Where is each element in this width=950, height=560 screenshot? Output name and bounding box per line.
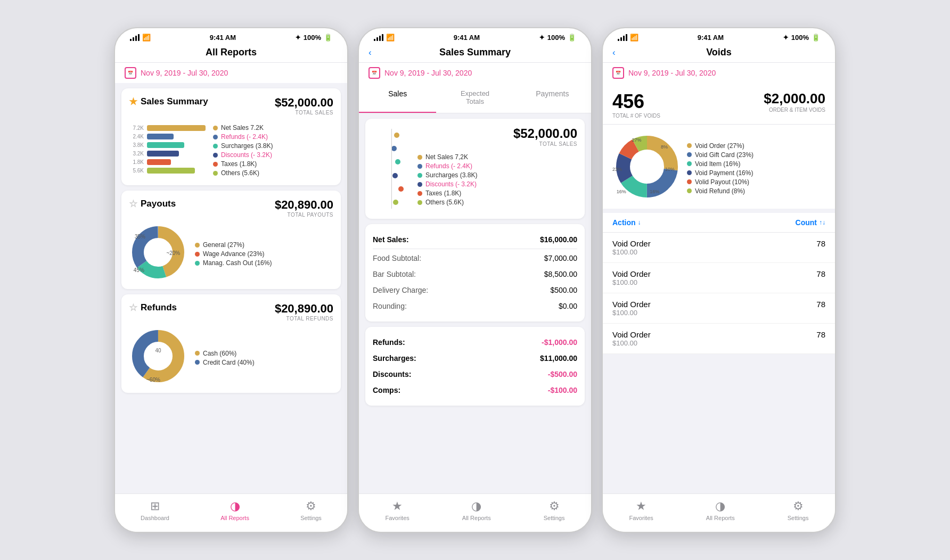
- bar-label: Bar Subtotal:: [373, 270, 416, 278]
- sales-summary-card[interactable]: ★ Sales Summary $52,000.00 TOTAL SALES 7…: [121, 88, 341, 185]
- void-count-3: 78: [816, 300, 825, 309]
- nav-allreports-1[interactable]: ◑ All Reports: [220, 499, 249, 521]
- date-text-2: Nov 9, 2019 - Jul 30, 2020: [384, 69, 472, 77]
- settings-icon-2: ⚙: [549, 499, 560, 513]
- surcharges-label: Surcharges:: [373, 354, 416, 363]
- chart-total-value: $52,000.00: [417, 126, 577, 141]
- total-value-sales: $52,000.00: [275, 96, 333, 110]
- refunds-card[interactable]: ☆ Refunds $20,890.00 TOTAL REFUNDS 40: [121, 294, 341, 393]
- voids-count-section: 456 TOTAL # OF VOIDS: [612, 90, 660, 119]
- bar-chart-sales: 7.2K 2.4K 3.8K 3.2K 1.8K 5.6K: [129, 125, 206, 174]
- phone-all-reports: 📶 9:41 AM ✦ 100% 🔋 All Reports 📅 Nov 9, …: [114, 27, 348, 533]
- signal-icon: [130, 34, 140, 41]
- signal-icon-2: [374, 34, 383, 41]
- allreports-icon-2: ◑: [471, 499, 481, 513]
- nav-favorites-2[interactable]: ★ Favorites: [386, 499, 410, 521]
- battery-icon-2: 🔋: [568, 34, 576, 42]
- favorites-icon-3: ★: [636, 499, 646, 513]
- legend-refunds: Refunds (- 2.4K): [221, 133, 268, 141]
- vl5: Volid Payout (10%): [695, 178, 749, 186]
- vl1: Void Order (27%): [695, 142, 744, 150]
- food-label: Food Subtotal:: [373, 254, 421, 262]
- vd-label-23: 23%: [612, 167, 622, 172]
- nav-bar-1: All Reports: [115, 44, 347, 63]
- chart-totals-card: $52,000.00 TOTAL SALES Net Sales 7,2K Re…: [365, 119, 585, 219]
- nav-allreports-3[interactable]: ◑ All Reports: [706, 499, 735, 521]
- nav-allreports-2[interactable]: ◑ All Reports: [462, 499, 491, 521]
- total-label-payouts: TOTAL PAYOUTS: [275, 212, 333, 218]
- delivery-value: $500.00: [550, 286, 577, 294]
- status-time-2: 9:41 AM: [454, 34, 480, 42]
- date-range-2[interactable]: 📅 Nov 9, 2019 - Jul 30, 2020: [359, 63, 591, 83]
- void-title-3: Void Order: [612, 300, 825, 309]
- delivery-label: Delivery Charge:: [373, 286, 428, 294]
- divider-1: [373, 249, 577, 249]
- discounts-label: Discounts:: [373, 370, 411, 378]
- battery-icon-3: 🔋: [812, 34, 820, 42]
- bar-value: $8,500.00: [544, 270, 577, 278]
- discounts-value: -$500.00: [548, 370, 577, 378]
- void-item-4[interactable]: 78 Void Order $100.00: [603, 324, 835, 354]
- sort-action[interactable]: Action ↓: [612, 218, 641, 227]
- card-title-refunds: ☆ Refunds: [129, 302, 177, 314]
- legend-refunds: Cash (60%) Credit Card (40%): [195, 350, 255, 366]
- status-time-1: 9:41 AM: [210, 34, 236, 42]
- void-sub-1: $100.00: [612, 248, 825, 256]
- bluetooth-icon-2: ✦: [539, 34, 545, 42]
- legend-general: General (27%): [203, 241, 244, 249]
- nav-favorites-3[interactable]: ★ Favorites: [629, 499, 653, 521]
- nav-settings-2[interactable]: ⚙ Settings: [544, 499, 565, 521]
- nav-favorites-label-2: Favorites: [386, 515, 410, 521]
- nav-settings-label-1: Settings: [300, 515, 322, 521]
- legend-surcharges: Surcharges (3.8K): [221, 142, 273, 150]
- rounding-row: Rounding: $0.00: [373, 298, 577, 314]
- void-title-1: Void Order: [612, 239, 825, 248]
- battery-label-3: 100%: [791, 34, 809, 42]
- l1: Net Sales 7,2K: [425, 153, 468, 161]
- donut-label-45: 45%: [134, 267, 144, 273]
- nav-dashboard-1[interactable]: ⊞ Dashboard: [141, 499, 169, 521]
- nav-title-1: All Reports: [206, 47, 257, 58]
- star-icon-payouts: ☆: [129, 198, 137, 210]
- tab-sales[interactable]: Sales: [359, 83, 436, 113]
- calendar-icon-2: 📅: [368, 67, 380, 79]
- vertical-chart: [373, 126, 410, 211]
- favorites-icon-2: ★: [392, 499, 403, 513]
- l4: Discounts (- 3.2K): [425, 180, 477, 188]
- legend-cash: Cash (60%): [203, 350, 236, 357]
- tab-payments[interactable]: Payments: [514, 83, 591, 113]
- back-button-3[interactable]: ‹: [612, 47, 616, 58]
- donut-wrap-voids: 27% 8% 10% 16% 16% 23%: [612, 132, 682, 201]
- card-label-refunds: Refunds: [141, 302, 177, 313]
- void-item-2[interactable]: 78 Void Order $100.00: [603, 263, 835, 293]
- void-item-1[interactable]: 78 Void Order $100.00: [603, 233, 835, 263]
- date-range-1[interactable]: 📅 Nov 9, 2019 - Jul 30, 2020: [115, 63, 347, 83]
- legend-wage: Wage Advance (23%): [203, 250, 265, 258]
- vl6: Void Refund (8%): [695, 187, 745, 195]
- sort-action-label: Action: [612, 218, 636, 227]
- star-icon-sales: ★: [129, 96, 137, 108]
- void-count-1: 78: [816, 239, 825, 248]
- content-1: ★ Sales Summary $52,000.00 TOTAL SALES 7…: [115, 83, 347, 493]
- status-left-1: 📶: [130, 34, 151, 42]
- void-item-3[interactable]: 78 Void Order $100.00: [603, 293, 835, 324]
- total-value-payouts: $20,890.00: [275, 198, 333, 212]
- legend-sales: Net Sales 7.2K Refunds (- 2.4K) Surcharg…: [213, 124, 273, 177]
- legend-payouts: General (27%) Wage Advance (23%) Manag. …: [195, 241, 272, 267]
- nav-settings-3[interactable]: ⚙ Settings: [788, 499, 809, 521]
- payouts-card[interactable]: ☆ Payouts $20,890.00 TOTAL PAYOUTS: [121, 191, 341, 289]
- content-2: $52,000.00 TOTAL SALES Net Sales 7,2K Re…: [359, 113, 591, 493]
- status-bar-2: 📶 9:41 AM ✦ 100% 🔋: [359, 28, 591, 44]
- legend-voids: Void Order (27%) Void Gift Card (23%) Vo…: [687, 142, 754, 195]
- back-button-2[interactable]: ‹: [368, 47, 372, 58]
- date-text-3: Nov 9, 2019 - Jul 30, 2020: [628, 69, 716, 77]
- nav-settings-1[interactable]: ⚙ Settings: [300, 499, 322, 521]
- tab-expected[interactable]: ExpectedTotals: [436, 83, 513, 113]
- sort-count[interactable]: Count ↑↓: [796, 218, 825, 227]
- date-range-3[interactable]: 📅 Nov 9, 2019 - Jul 30, 2020: [603, 63, 835, 83]
- battery-icon-1: 🔋: [324, 34, 332, 42]
- status-bar-1: 📶 9:41 AM ✦ 100% 🔋: [115, 28, 347, 44]
- nav-settings-label-3: Settings: [788, 515, 809, 521]
- vd-label-16a: 16%: [650, 189, 659, 194]
- svg-text:40: 40: [155, 348, 161, 353]
